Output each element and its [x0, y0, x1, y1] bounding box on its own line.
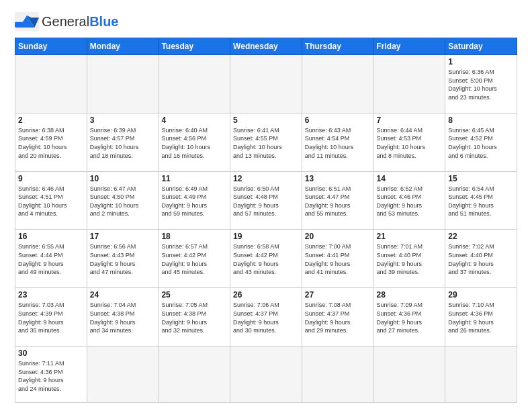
day-info: Sunrise: 6:43 AM Sunset: 4:54 PM Dayligh…	[305, 126, 371, 160]
calendar-day: 17Sunrise: 6:56 AM Sunset: 4:43 PM Dayli…	[87, 230, 159, 288]
day-info: Sunrise: 7:09 AM Sunset: 4:36 PM Dayligh…	[377, 301, 443, 334]
calendar-day: 6Sunrise: 6:43 AM Sunset: 4:54 PM Daylig…	[302, 113, 373, 171]
weekday-header-sunday: Sunday	[15, 38, 87, 55]
logo: GeneralBlue	[15, 12, 119, 31]
calendar-day	[302, 55, 373, 113]
calendar-day: 18Sunrise: 6:57 AM Sunset: 4:42 PM Dayli…	[159, 230, 230, 288]
calendar-day: 27Sunrise: 7:08 AM Sunset: 4:37 PM Dayli…	[302, 288, 373, 347]
calendar-day: 19Sunrise: 6:58 AM Sunset: 4:42 PM Dayli…	[230, 230, 302, 288]
day-number: 21	[377, 232, 443, 241]
calendar-day: 26Sunrise: 7:06 AM Sunset: 4:37 PM Dayli…	[230, 288, 302, 347]
day-number: 3	[90, 116, 156, 125]
calendar-day	[230, 347, 302, 403]
calendar-day: 16Sunrise: 6:55 AM Sunset: 4:44 PM Dayli…	[15, 230, 87, 288]
day-number: 11	[161, 174, 227, 183]
calendar-day	[445, 347, 517, 403]
svg-rect-3	[15, 22, 26, 28]
day-info: Sunrise: 6:49 AM Sunset: 4:49 PM Dayligh…	[161, 185, 227, 218]
day-number: 25	[161, 290, 227, 300]
day-info: Sunrise: 6:40 AM Sunset: 4:56 PM Dayligh…	[161, 126, 227, 160]
day-number: 2	[18, 116, 84, 125]
day-info: Sunrise: 7:02 AM Sunset: 4:40 PM Dayligh…	[448, 242, 514, 276]
calendar-day: 10Sunrise: 6:47 AM Sunset: 4:50 PM Dayli…	[87, 171, 159, 230]
calendar-day: 25Sunrise: 7:05 AM Sunset: 4:38 PM Dayli…	[159, 288, 230, 347]
day-info: Sunrise: 6:39 AM Sunset: 4:57 PM Dayligh…	[90, 126, 156, 160]
day-info: Sunrise: 7:08 AM Sunset: 4:37 PM Dayligh…	[305, 301, 371, 334]
day-number: 24	[90, 290, 156, 300]
day-number: 1	[448, 57, 514, 66]
day-info: Sunrise: 7:11 AM Sunset: 4:36 PM Dayligh…	[18, 359, 84, 393]
calendar-day: 28Sunrise: 7:09 AM Sunset: 4:36 PM Dayli…	[373, 288, 445, 347]
calendar-day: 11Sunrise: 6:49 AM Sunset: 4:49 PM Dayli…	[159, 171, 230, 230]
calendar-day	[373, 347, 445, 403]
weekday-header-tuesday: Tuesday	[159, 38, 230, 55]
day-info: Sunrise: 6:47 AM Sunset: 4:50 PM Dayligh…	[90, 185, 156, 218]
day-number: 17	[90, 232, 156, 241]
calendar-day	[230, 55, 302, 113]
day-number: 20	[305, 232, 371, 241]
day-number: 29	[448, 290, 514, 300]
day-info: Sunrise: 7:00 AM Sunset: 4:41 PM Dayligh…	[305, 242, 371, 276]
calendar-day	[15, 55, 87, 113]
day-info: Sunrise: 7:01 AM Sunset: 4:40 PM Dayligh…	[377, 242, 443, 276]
day-info: Sunrise: 7:05 AM Sunset: 4:38 PM Dayligh…	[161, 301, 227, 334]
day-info: Sunrise: 7:06 AM Sunset: 4:37 PM Dayligh…	[233, 301, 299, 334]
day-info: Sunrise: 6:50 AM Sunset: 4:48 PM Dayligh…	[233, 185, 299, 218]
weekday-header-row: SundayMondayTuesdayWednesdayThursdayFrid…	[15, 38, 517, 55]
calendar-day	[159, 347, 230, 403]
day-number: 15	[448, 174, 514, 183]
day-info: Sunrise: 6:54 AM Sunset: 4:45 PM Dayligh…	[448, 185, 514, 218]
calendar-day: 9Sunrise: 6:46 AM Sunset: 4:51 PM Daylig…	[15, 171, 87, 230]
calendar-day	[373, 55, 445, 113]
day-number: 27	[305, 290, 371, 300]
calendar-day: 4Sunrise: 6:40 AM Sunset: 4:56 PM Daylig…	[159, 113, 230, 171]
calendar-day: 12Sunrise: 6:50 AM Sunset: 4:48 PM Dayli…	[230, 171, 302, 230]
day-info: Sunrise: 7:04 AM Sunset: 4:38 PM Dayligh…	[90, 301, 156, 334]
day-info: Sunrise: 7:03 AM Sunset: 4:39 PM Dayligh…	[18, 301, 84, 334]
day-number: 13	[305, 174, 371, 183]
day-number: 6	[305, 116, 371, 125]
calendar: SundayMondayTuesdayWednesdayThursdayFrid…	[15, 38, 517, 403]
calendar-week-row: 9Sunrise: 6:46 AM Sunset: 4:51 PM Daylig…	[15, 171, 517, 230]
day-number: 28	[377, 290, 443, 300]
calendar-day: 24Sunrise: 7:04 AM Sunset: 4:38 PM Dayli…	[87, 288, 159, 347]
day-number: 8	[448, 116, 514, 125]
header: GeneralBlue	[15, 12, 517, 31]
calendar-day: 14Sunrise: 6:52 AM Sunset: 4:46 PM Dayli…	[373, 171, 445, 230]
calendar-day	[87, 55, 159, 113]
weekday-header-saturday: Saturday	[445, 38, 517, 55]
calendar-day: 3Sunrise: 6:39 AM Sunset: 4:57 PM Daylig…	[87, 113, 159, 171]
day-info: Sunrise: 6:36 AM Sunset: 5:00 PM Dayligh…	[448, 68, 514, 101]
calendar-day: 1Sunrise: 6:36 AM Sunset: 5:00 PM Daylig…	[445, 55, 517, 113]
calendar-day	[87, 347, 159, 403]
calendar-week-row: 1Sunrise: 6:36 AM Sunset: 5:00 PM Daylig…	[15, 55, 517, 113]
day-info: Sunrise: 6:56 AM Sunset: 4:43 PM Dayligh…	[90, 242, 156, 276]
calendar-day: 22Sunrise: 7:02 AM Sunset: 4:40 PM Dayli…	[445, 230, 517, 288]
calendar-day: 30Sunrise: 7:11 AM Sunset: 4:36 PM Dayli…	[15, 347, 87, 403]
calendar-day: 13Sunrise: 6:51 AM Sunset: 4:47 PM Dayli…	[302, 171, 373, 230]
day-info: Sunrise: 6:44 AM Sunset: 4:53 PM Dayligh…	[377, 126, 443, 160]
day-number: 26	[233, 290, 299, 300]
weekday-header-wednesday: Wednesday	[230, 38, 302, 55]
day-number: 12	[233, 174, 299, 183]
calendar-day: 23Sunrise: 7:03 AM Sunset: 4:39 PM Dayli…	[15, 288, 87, 347]
weekday-header-thursday: Thursday	[302, 38, 373, 55]
day-info: Sunrise: 6:51 AM Sunset: 4:47 PM Dayligh…	[305, 185, 371, 218]
day-number: 23	[18, 290, 84, 300]
day-number: 4	[161, 116, 227, 125]
calendar-day: 21Sunrise: 7:01 AM Sunset: 4:40 PM Dayli…	[373, 230, 445, 288]
day-info: Sunrise: 6:55 AM Sunset: 4:44 PM Dayligh…	[18, 242, 84, 276]
day-number: 19	[233, 232, 299, 241]
logo-text: GeneralBlue	[42, 14, 119, 30]
day-number: 10	[90, 174, 156, 183]
calendar-week-row: 30Sunrise: 7:11 AM Sunset: 4:36 PM Dayli…	[15, 347, 517, 403]
calendar-week-row: 23Sunrise: 7:03 AM Sunset: 4:39 PM Dayli…	[15, 288, 517, 347]
calendar-day: 7Sunrise: 6:44 AM Sunset: 4:53 PM Daylig…	[373, 113, 445, 171]
day-info: Sunrise: 6:45 AM Sunset: 4:52 PM Dayligh…	[448, 126, 514, 160]
calendar-day: 29Sunrise: 7:10 AM Sunset: 4:36 PM Dayli…	[445, 288, 517, 347]
day-number: 22	[448, 232, 514, 241]
calendar-day: 2Sunrise: 6:38 AM Sunset: 4:59 PM Daylig…	[15, 113, 87, 171]
day-number: 9	[18, 174, 84, 183]
day-number: 16	[18, 232, 84, 241]
weekday-header-monday: Monday	[87, 38, 159, 55]
